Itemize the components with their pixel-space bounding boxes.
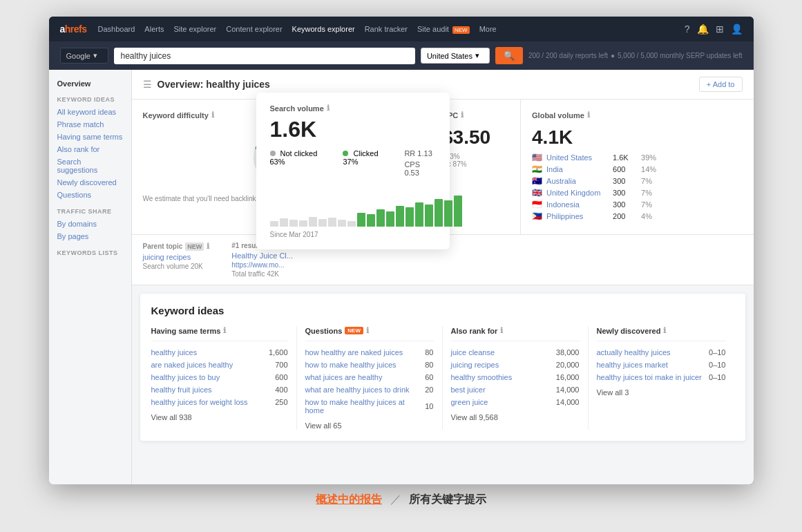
- ki-info-questions[interactable]: ℹ: [366, 326, 369, 335]
- gv-info-icon[interactable]: ℹ: [587, 111, 590, 120]
- ki-kw-ht-1[interactable]: are naked juices healthy: [151, 361, 233, 369]
- search-input[interactable]: [114, 48, 415, 64]
- sidebar-item-by-pages[interactable]: By pages: [57, 231, 123, 241]
- top-result-value[interactable]: Healthy Juice Cl...: [231, 251, 293, 260]
- search-engine-select[interactable]: Google ▾: [60, 48, 108, 64]
- ki-row-ar-1: juicing recipes 20,000: [451, 361, 580, 369]
- ki-kw-ar-4[interactable]: green juice: [451, 398, 488, 406]
- overview-title: Overview: healthy juices: [157, 79, 270, 90]
- nav-keywords-explorer[interactable]: Keywords explorer: [292, 25, 355, 33]
- country-row-us: 🇺🇸 United States 1.6K 39%: [532, 153, 742, 162]
- ki-kw-q-0[interactable]: how healthy are naked juices: [305, 348, 403, 357]
- parent-topic-value[interactable]: juicing recipes: [143, 253, 210, 261]
- ki-kw-ht-0[interactable]: healthy juices: [151, 348, 198, 357]
- sidebar-item-also-rank-for[interactable]: Also rank for: [57, 144, 123, 154]
- ki-info-newly[interactable]: ℹ: [663, 326, 666, 335]
- ki-kw-q-3[interactable]: what are healthy juices to drink: [305, 386, 410, 394]
- country-name-au[interactable]: Australia: [546, 177, 609, 185]
- ki-view-all-having[interactable]: View all 938: [151, 413, 288, 421]
- ki-val-ar-2: 16,000: [556, 373, 580, 381]
- sidebar-item-all-keyword-ideas[interactable]: All keyword ideas: [57, 107, 123, 117]
- ki-kw-q-4[interactable]: how to make healthy juices at home: [305, 398, 426, 415]
- sv-stats-row: Not clicked 63% Clicked 37% RR 1.13 CPS …: [270, 149, 436, 177]
- user-icon[interactable]: 👤: [731, 23, 743, 35]
- footer-link[interactable]: 概述中的报告: [316, 493, 382, 505]
- content-panel: ☰ Overview: healthy juices + Add to Keyw…: [132, 70, 754, 484]
- main-content: Overview KEYWORD IDEAS All keyword ideas…: [49, 70, 754, 484]
- bell-icon[interactable]: 🔔: [697, 23, 709, 35]
- ki-row-q-3: what are healthy juices to drink 20: [305, 386, 434, 394]
- ki-view-all-questions[interactable]: View all 65: [305, 421, 434, 430]
- ki-header-newly-discovered: Newly discovered ℹ: [597, 326, 726, 341]
- country-name-id[interactable]: Indonesia: [546, 200, 609, 209]
- ki-kw-ht-4[interactable]: healthy juices for weight loss: [151, 398, 248, 406]
- ki-val-q-0: 80: [425, 348, 433, 357]
- nav-more[interactable]: More: [479, 25, 497, 33]
- ki-view-all-newly[interactable]: View all 3: [597, 388, 726, 397]
- ki-kw-ar-3[interactable]: best juicer: [451, 386, 486, 394]
- add-to-button[interactable]: + Add to: [699, 77, 743, 92]
- nav-dashboard[interactable]: Dashboard: [98, 25, 135, 33]
- ki-val-ar-3: 14,000: [556, 386, 580, 394]
- grid-icon[interactable]: ⊞: [716, 23, 724, 35]
- country-list: 🇺🇸 United States 1.6K 39% 🇮🇳 India 600 1…: [532, 153, 742, 221]
- pt-info-icon[interactable]: ℹ: [207, 242, 209, 251]
- ki-row-ht-3: healthy fruit juices 400: [151, 386, 288, 394]
- not-clicked-dot: [270, 151, 276, 156]
- ki-info-also-rank[interactable]: ℹ: [500, 326, 503, 335]
- top-result-url[interactable]: https://www.mo...: [231, 261, 293, 269]
- ki-kw-q-1[interactable]: how to make healthy juices: [305, 361, 397, 369]
- country-name-ph[interactable]: Philippines: [546, 212, 609, 220]
- global-volume-value: 4.1K: [532, 126, 742, 149]
- country-name-us[interactable]: United States: [546, 153, 609, 162]
- ki-view-all-also-rank[interactable]: View all 9,568: [451, 413, 580, 421]
- ki-row-q-4: how to make healthy juices at home 10: [305, 398, 434, 415]
- ki-kw-ar-0[interactable]: juice cleanse: [451, 348, 495, 357]
- parent-topic-sub: Search volume 20K: [143, 263, 210, 270]
- footer-text: 所有关键字提示: [409, 493, 486, 505]
- ki-info-having[interactable]: ℹ: [223, 326, 226, 335]
- ki-kw-nd-1[interactable]: healthy juices market: [597, 361, 668, 369]
- sidebar-item-by-domains[interactable]: By domains: [57, 219, 123, 229]
- sidebar-item-newly-discovered[interactable]: Newly discovered: [57, 178, 123, 187]
- ki-kw-q-2[interactable]: what juices are healthy: [305, 373, 383, 381]
- ki-kw-nd-0[interactable]: actually healthy juices: [597, 348, 671, 357]
- ki-kw-ht-2[interactable]: healthy juices to buy: [151, 373, 220, 381]
- hamburger-icon[interactable]: ☰: [143, 79, 152, 90]
- nav-rank-tracker[interactable]: Rank tracker: [365, 25, 408, 33]
- ki-kw-ar-2[interactable]: healthy smoothies: [451, 373, 513, 381]
- search-engine-label: Google: [66, 52, 90, 60]
- nav-site-audit[interactable]: Site audit NEW: [417, 25, 470, 33]
- ki-val-ht-4: 250: [275, 398, 287, 406]
- sidebar-item-phrase-match[interactable]: Phrase match: [57, 120, 123, 129]
- sv-info-icon[interactable]: ℹ: [327, 104, 330, 113]
- sidebar-overview[interactable]: Overview: [57, 79, 123, 88]
- cpc-title: CPC ℹ: [442, 111, 509, 120]
- nav-alerts[interactable]: Alerts: [144, 25, 164, 33]
- sidebar-item-having-same-terms[interactable]: Having same terms: [57, 132, 123, 142]
- sidebar-item-questions[interactable]: Questions: [57, 190, 123, 200]
- nav-content-explorer[interactable]: Content explorer: [226, 25, 282, 33]
- ki-header-questions: Questions NEW ℹ: [305, 326, 434, 341]
- kd-info-icon[interactable]: ℹ: [211, 111, 214, 120]
- ki-kw-nd-2[interactable]: healthy juices toi make in juicer: [597, 373, 702, 381]
- sv-bar-chart: [270, 185, 436, 227]
- sidebar-item-search-suggestions[interactable]: Search suggestions: [57, 157, 123, 175]
- cpc-sub2: hic 87%: [442, 160, 509, 168]
- country-val-au: 300: [613, 177, 637, 185]
- country-val-id: 300: [613, 200, 637, 209]
- country-name-gb[interactable]: United Kingdom: [546, 189, 609, 197]
- help-icon[interactable]: ?: [685, 23, 690, 35]
- ki-val-nd-0: 0–10: [709, 348, 725, 357]
- search-volume-title: Search volume ℹ: [270, 104, 436, 113]
- search-button[interactable]: 🔍: [495, 47, 523, 64]
- cpc-info-icon[interactable]: ℹ: [461, 111, 464, 120]
- country-select[interactable]: United States ▾: [421, 48, 490, 64]
- nav-site-explorer[interactable]: Site explorer: [173, 25, 216, 33]
- ki-row-q-1: how to make healthy juices 80: [305, 361, 434, 369]
- ki-kw-ht-3[interactable]: healthy fruit juices: [151, 386, 212, 394]
- country-name-in[interactable]: India: [546, 165, 609, 173]
- country-val-in: 600: [613, 165, 637, 173]
- ki-kw-ar-1[interactable]: juicing recipes: [451, 361, 499, 369]
- ki-header-having-same-terms: Having same termsℹ: [151, 326, 288, 341]
